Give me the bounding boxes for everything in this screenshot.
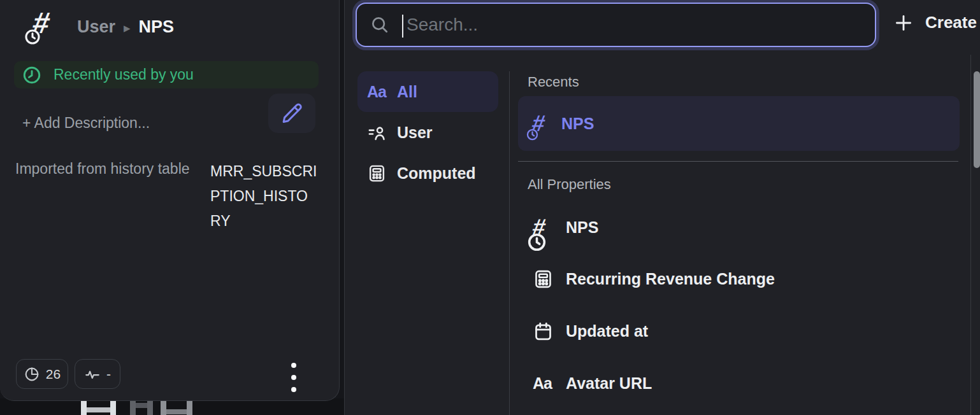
kebab-dot (291, 387, 296, 392)
add-description-button[interactable]: + Add Description... (22, 115, 150, 132)
clock-badge-icon (526, 128, 539, 141)
create-label: Create (925, 13, 977, 32)
pie-chart-icon (24, 366, 40, 383)
search-box (356, 3, 876, 47)
tab-computed[interactable]: Computed (357, 153, 498, 193)
kebab-dot (291, 375, 296, 380)
property-search-overlay: Create Aa All User (344, 0, 980, 415)
background-chart-icon (161, 401, 192, 415)
tab-computed-label: Computed (397, 164, 476, 183)
section-divider (518, 161, 958, 162)
imported-from-label: Imported from history table (15, 160, 190, 178)
distribution-count: 26 (46, 367, 61, 382)
recently-used-label: Recently used by you (54, 66, 194, 83)
tab-all-label: All (397, 83, 417, 101)
numeric-history-property-icon: # (33, 8, 50, 38)
text-type-icon: Aa (367, 83, 386, 101)
plus-icon (894, 13, 913, 32)
property-detail-card: # User ▸ NPS Recently used by you + Add … (0, 0, 340, 401)
distribution-chart-button[interactable]: 26 (16, 359, 68, 389)
recents-header: Recents (528, 74, 579, 90)
scrollbar-track-border (970, 55, 971, 415)
more-options-button[interactable] (291, 363, 298, 399)
breadcrumb: User ▸ NPS (77, 17, 174, 37)
breadcrumb-parent[interactable]: User (77, 17, 115, 37)
pencil-icon (280, 102, 303, 125)
clock-badge-icon (526, 232, 547, 253)
trend-value: - (106, 367, 111, 382)
edit-description-button[interactable] (268, 94, 315, 133)
tab-user[interactable]: User (357, 112, 498, 153)
breadcrumb-current: NPS (139, 17, 175, 37)
chevron-right-icon: ▸ (124, 20, 131, 36)
tab-user-label: User (397, 123, 433, 142)
column-divider (509, 71, 510, 415)
app-screen: # User ▸ NPS Recently used by you + Add … (0, 0, 980, 415)
property-item-label: Avatar URL (566, 374, 652, 393)
property-item-avatar-url[interactable]: Aa Avatar URL (518, 357, 960, 409)
numeric-history-property-icon: # (533, 216, 545, 239)
calculator-icon (533, 269, 554, 290)
create-button[interactable]: Create (894, 13, 977, 32)
pulse-activity-icon (84, 366, 101, 383)
property-item-label: NPS (566, 218, 598, 237)
trend-button[interactable]: - (75, 359, 120, 389)
user-list-icon (367, 123, 387, 143)
search-input[interactable] (357, 4, 875, 46)
recent-item-label: NPS (561, 115, 594, 133)
property-item-nps[interactable]: # NPS (518, 201, 960, 253)
property-item-label: Recurring Revenue Change (566, 270, 775, 288)
background-chart-icon (130, 401, 153, 415)
property-item-updated-at[interactable]: Updated at (518, 305, 960, 357)
history-clock-icon (22, 66, 41, 85)
calendar-icon (533, 321, 554, 342)
clock-badge-icon (24, 28, 41, 46)
text-type-icon: Aa (533, 374, 552, 393)
calculator-icon (367, 164, 387, 183)
kebab-dot (291, 363, 296, 368)
recent-item-nps[interactable]: # NPS (518, 96, 960, 151)
recently-used-badge: Recently used by you (14, 61, 319, 88)
imported-from-value: MRR_SUBSCRIPTION_HISTORY (210, 159, 317, 234)
tab-all[interactable]: Aa All (357, 71, 498, 112)
numeric-history-property-icon: # (532, 112, 545, 135)
property-item-label: Updated at (566, 322, 648, 341)
scrollbar-thumb[interactable] (974, 71, 980, 168)
property-item-recurring-revenue-change[interactable]: Recurring Revenue Change (518, 253, 960, 305)
all-properties-header: All Properties (528, 176, 611, 193)
background-chart-icon (81, 401, 116, 415)
